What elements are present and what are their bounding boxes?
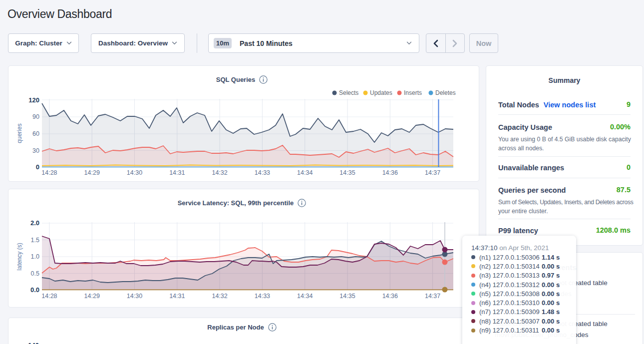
svg-text:0: 0 xyxy=(36,163,39,171)
svg-text:2.0: 2.0 xyxy=(30,219,39,227)
svg-text:14:36: 14:36 xyxy=(382,169,398,176)
svg-text:14:32: 14:32 xyxy=(212,293,227,300)
svg-text:14:35: 14:35 xyxy=(339,169,355,176)
svg-text:0.0: 0.0 xyxy=(30,286,39,294)
svg-text:14:34: 14:34 xyxy=(297,293,313,300)
svg-text:90: 90 xyxy=(32,113,39,120)
svg-text:0.5: 0.5 xyxy=(31,270,39,277)
svg-text:14:30: 14:30 xyxy=(127,293,142,300)
svg-text:queries: queries xyxy=(16,123,23,143)
svg-text:14:37: 14:37 xyxy=(425,293,440,300)
svg-text:Selects: Selects xyxy=(339,89,358,96)
svg-text:14:31: 14:31 xyxy=(169,293,185,300)
svg-text:Inserts: Inserts xyxy=(404,89,422,96)
svg-text:120: 120 xyxy=(28,96,39,104)
svg-text:14:30: 14:30 xyxy=(127,169,142,176)
svg-text:14:29: 14:29 xyxy=(84,293,100,300)
svg-text:14:28: 14:28 xyxy=(41,293,57,300)
svg-text:14:34: 14:34 xyxy=(297,169,313,176)
svg-text:14:31: 14:31 xyxy=(169,169,185,176)
svg-text:1.5: 1.5 xyxy=(31,237,39,244)
svg-text:14:29: 14:29 xyxy=(84,169,100,176)
svg-text:14:35: 14:35 xyxy=(339,293,355,300)
svg-text:14:28: 14:28 xyxy=(41,169,57,176)
svg-text:14:37: 14:37 xyxy=(425,169,440,176)
svg-text:30: 30 xyxy=(32,147,39,154)
svg-text:14:32: 14:32 xyxy=(212,169,227,176)
svg-text:latency (s): latency (s) xyxy=(16,243,23,270)
svg-text:60: 60 xyxy=(32,130,39,137)
svg-text:Updates: Updates xyxy=(370,89,392,96)
svg-text:14:33: 14:33 xyxy=(255,169,270,176)
svg-text:Deletes: Deletes xyxy=(435,89,456,96)
svg-text:1.0: 1.0 xyxy=(31,253,39,260)
svg-text:14:36: 14:36 xyxy=(382,293,398,300)
svg-text:14:33: 14:33 xyxy=(255,293,270,300)
